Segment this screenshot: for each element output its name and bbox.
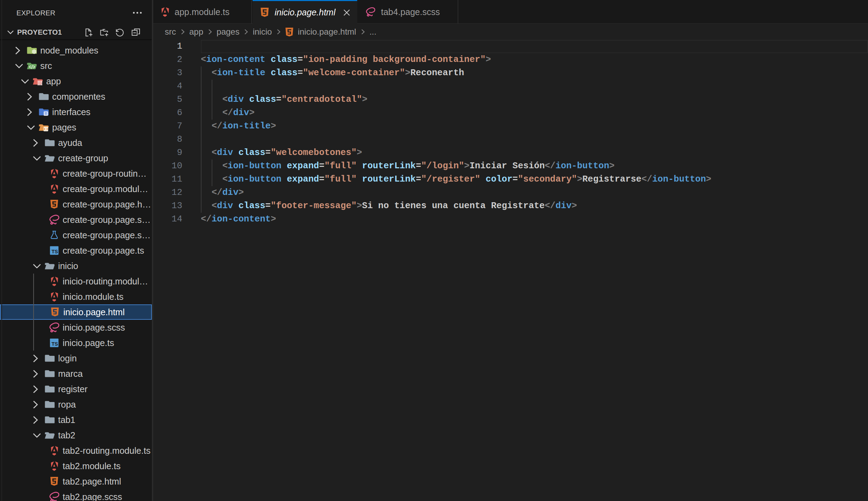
svg-text:TS: TS (51, 249, 58, 254)
svg-text:TS: TS (51, 341, 58, 347)
